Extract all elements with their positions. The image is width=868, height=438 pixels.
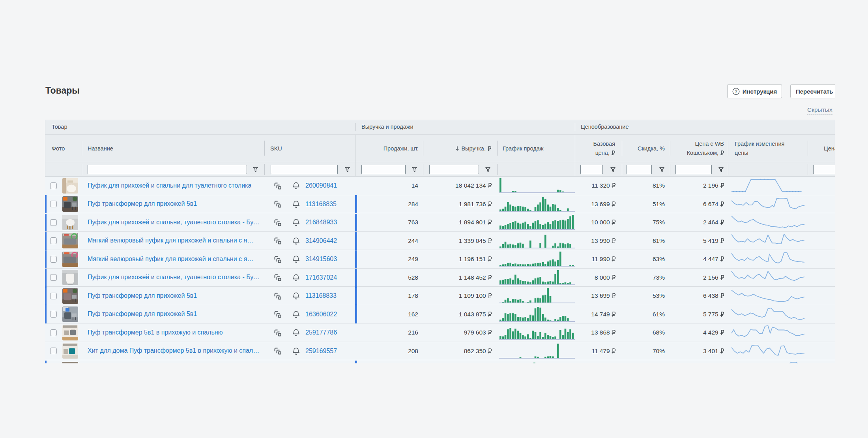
svg-text:?: ?: [735, 89, 737, 94]
